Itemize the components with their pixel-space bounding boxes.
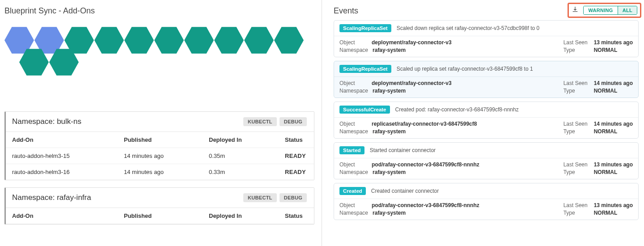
meta-label: Object	[339, 202, 367, 208]
addon-header: Add-On	[6, 132, 118, 148]
meta-label: Last Seen	[564, 161, 589, 168]
kubectl-button[interactable]: KUBECTL	[243, 117, 277, 126]
event-details: Objectdeployment/rafay-connector-v3Names…	[334, 77, 638, 98]
event-summary: ScalingReplicaSetScaled down replica set…	[334, 21, 638, 36]
namespace-actions: KUBECTLDEBUG	[241, 117, 307, 126]
meta-label: Object	[339, 80, 367, 86]
meta-label: Namespace	[339, 47, 368, 53]
event-namespace: rafay-system	[373, 210, 406, 216]
meta-label: Namespace	[339, 210, 368, 216]
events-controls-highlight: WARNING ALL	[568, 3, 641, 18]
addon-table: Add-OnPublishedDeployed InStatus	[6, 208, 314, 224]
meta-label: Namespace	[339, 88, 368, 94]
event-card[interactable]: ScalingReplicaSetScaled down replica set…	[334, 20, 639, 57]
meta-label: Last Seen	[564, 202, 589, 208]
event-summary: CreatedCreated container connector	[334, 183, 638, 199]
event-message: Started container connector	[370, 147, 436, 153]
filter-warning-button[interactable]: WARNING	[584, 6, 618, 14]
event-meta-left: Objectpod/rafay-connector-v3-6847599cf8-…	[339, 202, 479, 216]
event-reason-badge: Started	[339, 146, 364, 154]
meta-row: Last Seen14 minutes ago	[564, 80, 633, 86]
meta-label: Last Seen	[564, 80, 589, 86]
status-header: Status	[279, 132, 314, 148]
event-message: Scaled up replica set rafay-connector-v3…	[397, 66, 533, 72]
cell-status: READY	[279, 164, 314, 180]
meta-label: Object	[339, 39, 367, 46]
event-meta-left: Objectreplicaset/rafay-connector-v3-6847…	[339, 121, 477, 135]
event-namespace: rafay-system	[373, 47, 406, 53]
namespace-card: Namespace: rafay-infraKUBECTLDEBUGAdd-On…	[4, 187, 314, 225]
event-details: Objectdeployment/rafay-connector-v3Names…	[334, 36, 638, 57]
event-last-seen: 13 minutes ago	[594, 39, 633, 46]
events-panel: Events WARNING ALL ScalingReplicaSetScal…	[322, 0, 644, 246]
event-summary: StartedStarted container connector	[334, 143, 638, 158]
event-card[interactable]: ScalingReplicaSetScaled up replica set r…	[334, 61, 639, 98]
meta-label: Namespace	[339, 128, 368, 135]
namespace-header: Namespace: rafay-infraKUBECTLDEBUG	[6, 188, 314, 208]
cell-addon: rauto-addon-helm3-16	[6, 164, 118, 180]
meta-label: Type	[564, 47, 589, 53]
event-meta-right: Last Seen14 minutes agoTypeNORMAL	[564, 80, 633, 94]
event-message: Created container connector	[371, 188, 439, 194]
event-card[interactable]: SuccessfulCreateCreated pod: rafay-conne…	[334, 102, 639, 139]
meta-label: Type	[564, 128, 589, 135]
meta-label: Type	[564, 88, 589, 94]
meta-row: TypeNORMAL	[564, 169, 618, 175]
download-icon[interactable]	[572, 6, 579, 15]
table-row[interactable]: rauto-addon-helm3-1514 minutes ago0.35mR…	[6, 148, 314, 164]
meta-label: Type	[564, 169, 589, 175]
event-last-seen: 13 minutes ago	[594, 202, 633, 208]
meta-row: TypeNORMAL	[564, 128, 618, 135]
event-reason-badge: Created	[339, 187, 366, 195]
meta-row: Namespacerafay-system	[339, 88, 452, 94]
cell-deployed: 0.35m	[203, 148, 279, 164]
meta-label: Last Seen	[564, 39, 589, 46]
event-type: NORMAL	[594, 128, 618, 135]
debug-button[interactable]: DEBUG	[280, 117, 307, 126]
meta-row: Objectpod/rafay-connector-v3-6847599cf8-…	[339, 202, 479, 208]
event-meta-left: Objectdeployment/rafay-connector-v3Names…	[339, 39, 452, 53]
meta-row: Last Seen13 minutes ago	[564, 39, 633, 46]
namespace-header: Namespace: bulk-nsKUBECTLDEBUG	[6, 112, 314, 132]
cell-deployed: 0.33m	[203, 164, 279, 180]
namespace-title: Namespace: bulk-ns	[12, 117, 81, 126]
event-reason-badge: ScalingReplicaSet	[339, 65, 391, 73]
event-message: Scaled down replica set rafay-connector-…	[397, 25, 540, 31]
event-meta-right: Last Seen13 minutes agoTypeNORMAL	[564, 39, 633, 53]
event-meta-right: Last Seen13 minutes agoTypeNORMAL	[564, 161, 633, 175]
event-type: NORMAL	[594, 88, 618, 94]
event-object: deployment/rafay-connector-v3	[372, 39, 452, 46]
meta-row: TypeNORMAL	[564, 88, 618, 94]
event-type: NORMAL	[594, 47, 618, 53]
meta-row: Objectreplicaset/rafay-connector-v3-6847…	[339, 121, 477, 127]
event-meta-right: Last Seen13 minutes agoTypeNORMAL	[564, 202, 633, 216]
namespace-card: Namespace: bulk-nsKUBECTLDEBUGAdd-OnPubl…	[4, 111, 314, 180]
meta-row: Namespacerafay-system	[339, 210, 479, 216]
published-header: Published	[118, 208, 203, 224]
published-header: Published	[118, 132, 203, 148]
kubectl-button[interactable]: KUBECTL	[243, 193, 277, 202]
event-card[interactable]: StartedStarted container connectorObject…	[334, 142, 639, 179]
event-last-seen: 14 minutes ago	[594, 80, 633, 86]
meta-row: Last Seen13 minutes ago	[564, 202, 633, 208]
event-card[interactable]: CreatedCreated container connectorObject…	[334, 183, 639, 220]
debug-button[interactable]: DEBUG	[280, 193, 307, 202]
event-reason-badge: SuccessfulCreate	[339, 106, 390, 114]
filter-all-button[interactable]: ALL	[618, 6, 637, 14]
cell-addon: rauto-addon-helm3-15	[6, 148, 118, 164]
meta-label: Namespace	[339, 169, 368, 175]
table-row[interactable]: rauto-addon-helm3-1614 minutes ago0.33mR…	[6, 164, 314, 180]
event-namespace: rafay-system	[373, 128, 406, 135]
page-title: Blueprint Sync - Add-Ons	[4, 6, 314, 16]
namespace-title: Namespace: rafay-infra	[12, 193, 91, 202]
event-meta-left: Objectdeployment/rafay-connector-v3Names…	[339, 80, 452, 94]
meta-label: Type	[564, 210, 589, 216]
cell-published: 14 minutes ago	[118, 164, 203, 180]
addon-header: Add-On	[6, 208, 118, 224]
meta-row: Objectdeployment/rafay-connector-v3	[339, 39, 452, 46]
cell-published: 14 minutes ago	[118, 148, 203, 164]
cell-status: READY	[279, 148, 314, 164]
event-object: replicaset/rafay-connector-v3-6847599cf8	[372, 121, 477, 127]
meta-row: Namespacerafay-system	[339, 47, 452, 53]
deployed-header: Deployed In	[203, 132, 279, 148]
